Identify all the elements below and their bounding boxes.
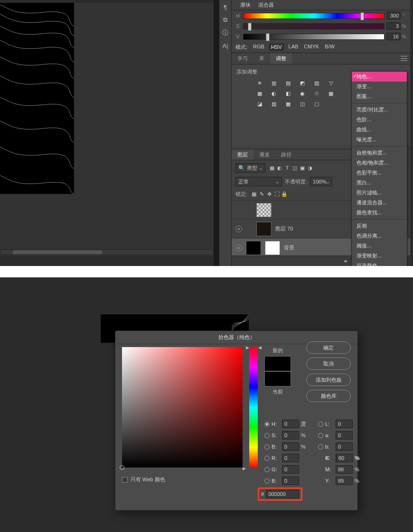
menu-item[interactable]: 曝光度... xyxy=(352,135,407,145)
val-value[interactable]: 16 xyxy=(386,33,401,40)
layer-name[interactable]: 图层 70 xyxy=(275,225,293,232)
mode-bw[interactable]: B/W xyxy=(324,44,336,51)
adjust-icon[interactable]: ◧ xyxy=(284,90,292,97)
blend-mode-dropdown[interactable]: 正常⌵ xyxy=(235,177,282,186)
tab-learn[interactable]: 学习 xyxy=(232,53,253,64)
visibility-toggle[interactable] xyxy=(235,245,242,251)
hue-strip[interactable] xyxy=(249,347,258,468)
mode-cmyk[interactable]: CMYK xyxy=(303,44,320,51)
adjust-icon[interactable]: ▩ xyxy=(284,100,292,108)
hex-input[interactable]: 000000 xyxy=(266,490,299,498)
add-swatch-button[interactable]: 添加到色板 xyxy=(306,374,351,386)
adjust-icon[interactable]: ◩ xyxy=(298,79,307,87)
menu-item[interactable]: 亮度/对比度... xyxy=(352,105,407,115)
lock-icon[interactable]: ⛶ xyxy=(273,190,281,198)
sat-slider[interactable] xyxy=(243,23,385,29)
filter-icon[interactable]: ▣ xyxy=(299,164,306,172)
input-k[interactable]: 80 xyxy=(336,454,353,462)
radio-h[interactable] xyxy=(264,422,270,427)
swatches-icon[interactable]: ⧉ xyxy=(220,14,231,26)
input-b[interactable]: 0 xyxy=(282,442,299,451)
adjust-icon[interactable]: ◉ xyxy=(298,90,307,97)
sat-value[interactable]: 3 xyxy=(386,22,401,30)
adjust-icon[interactable]: ☀ xyxy=(255,79,264,87)
radio-r[interactable] xyxy=(264,456,270,461)
val-knob[interactable] xyxy=(266,33,270,41)
filter-icon[interactable]: ◐ xyxy=(276,164,283,172)
opacity-value[interactable]: 100% ⌵ xyxy=(310,177,332,186)
mode-hsv[interactable]: HSV xyxy=(269,44,284,51)
adjust-icon[interactable]: ▢ xyxy=(312,100,321,108)
input-a[interactable]: 0 xyxy=(336,431,353,440)
character-icon[interactable]: A| xyxy=(220,40,231,51)
hue-slider[interactable] xyxy=(243,13,385,19)
layer-name[interactable]: 背景 xyxy=(284,244,294,251)
lock-icon[interactable]: 🔒 xyxy=(281,190,288,198)
input-r[interactable]: 0 xyxy=(282,454,299,462)
input-b2[interactable]: 0 xyxy=(336,442,353,451)
menu-item[interactable]: 图案... xyxy=(352,92,407,101)
tab-layers[interactable]: 图层 xyxy=(232,149,253,160)
tab-channels[interactable]: 通道 xyxy=(253,149,275,160)
radio-l[interactable] xyxy=(318,422,323,427)
menu-item[interactable]: 色彩平衡... xyxy=(352,168,407,178)
menu-item[interactable]: 阈值... xyxy=(352,241,407,251)
val-slider[interactable] xyxy=(243,34,385,40)
scroll-thumb[interactable] xyxy=(13,250,102,254)
adjust-icon[interactable]: ♲ xyxy=(312,90,321,97)
visibility-toggle[interactable] xyxy=(235,226,242,232)
menu-item[interactable]: 照片滤镜... xyxy=(352,188,407,198)
menu-item[interactable]: 通道混合器... xyxy=(352,198,407,208)
panel-menu-icon[interactable] xyxy=(401,56,407,61)
radio-s[interactable] xyxy=(264,433,270,438)
radio-b2[interactable] xyxy=(318,444,323,449)
filter-icon[interactable]: ◫ xyxy=(291,164,299,172)
adjust-icon[interactable]: ▽ xyxy=(327,79,335,87)
filter-icon[interactable]: ◑ xyxy=(306,164,314,172)
tab-paths[interactable]: 路径 xyxy=(275,149,297,160)
menu-item[interactable]: 色相/饱和度... xyxy=(352,158,407,168)
tab-mixer[interactable]: 混合器 xyxy=(258,1,274,9)
radio-b[interactable] xyxy=(264,444,270,449)
adjust-icon[interactable]: ▥ xyxy=(270,79,278,87)
mode-lab[interactable]: LAB xyxy=(288,44,300,51)
ok-button[interactable]: 确定 xyxy=(306,341,351,354)
layer-bar-icon[interactable]: ⚭ xyxy=(343,258,348,265)
lock-icon[interactable]: ▦ xyxy=(250,190,258,198)
canvas-area[interactable] xyxy=(0,3,214,256)
adjust-icon[interactable]: ▦ xyxy=(255,90,264,97)
filter-icon[interactable]: T xyxy=(283,164,291,172)
menu-item[interactable]: 曲线... xyxy=(352,125,407,135)
input-y[interactable]: 89 xyxy=(336,477,353,485)
input-l[interactable]: 0 xyxy=(336,420,353,428)
filter-kind-dropdown[interactable]: 🔍 类型 ⌵ xyxy=(235,163,265,173)
menu-item[interactable]: 渐变映射... xyxy=(352,251,407,261)
cancel-button[interactable]: 取消 xyxy=(306,358,351,370)
adjust-icon[interactable]: ▨ xyxy=(284,79,292,87)
menu-item[interactable]: 黑白... xyxy=(352,178,407,188)
web-only-checkbox[interactable] xyxy=(122,477,128,483)
canvas-h-scroll[interactable] xyxy=(0,249,214,255)
menu-item[interactable]: 颜色查找... xyxy=(352,208,407,218)
adjust-icon[interactable]: ◪ xyxy=(255,100,264,108)
input-h[interactable]: 0 xyxy=(282,420,299,428)
lock-icon[interactable]: ✥ xyxy=(265,190,273,198)
menu-item[interactable]: 色调分离... xyxy=(352,231,407,241)
menu-item[interactable]: 可选颜色... xyxy=(352,261,407,266)
color-library-button[interactable]: 颜色库 xyxy=(306,390,351,402)
menu-item[interactable]: 反相 xyxy=(352,221,407,231)
tab-adjust[interactable]: 调整 xyxy=(270,53,292,64)
input-s[interactable]: 0 xyxy=(282,431,299,440)
adjust-icon[interactable]: ▨ xyxy=(270,100,278,108)
adjust-icon[interactable]: ◫ xyxy=(298,100,307,108)
input-g[interactable]: 0 xyxy=(282,465,299,474)
radio-a[interactable] xyxy=(318,433,323,438)
radio-g[interactable] xyxy=(264,467,270,472)
adjust-icon[interactable]: ◐ xyxy=(270,90,278,97)
filter-icon[interactable]: ▦ xyxy=(268,164,276,172)
menu-item[interactable]: 自然饱和度... xyxy=(352,148,407,158)
hue-value[interactable]: 300 xyxy=(386,12,401,19)
hue-knob[interactable] xyxy=(360,12,364,20)
menu-item[interactable]: 渐变... xyxy=(352,82,407,92)
tab-library[interactable]: 库 xyxy=(253,53,270,64)
